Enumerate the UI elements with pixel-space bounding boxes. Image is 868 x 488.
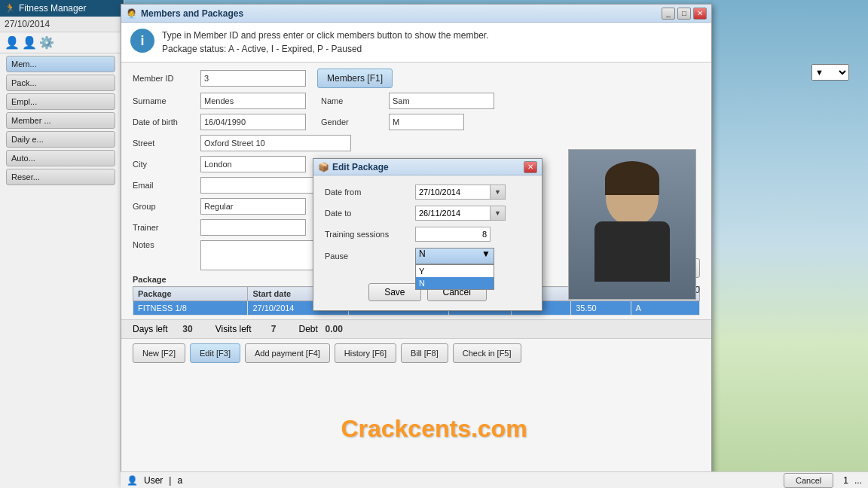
date-from-row: Date from ▼ <box>325 185 530 200</box>
pause-value: N <box>419 249 426 259</box>
dialog-body: Date from ▼ Date to ▼ Training sessions <box>313 175 542 279</box>
pause-dropdown-wrap: N ▼ Y N <box>415 248 494 264</box>
training-sessions-input[interactable] <box>415 227 491 242</box>
edit-package-dialog: 📦 Edit Package ✕ Date from ▼ Date to ▼ <box>313 158 542 311</box>
dialog-save-button[interactable]: Save <box>368 283 420 301</box>
pause-dropdown[interactable]: N ▼ <box>415 248 494 264</box>
training-sessions-label: Training sessions <box>325 230 415 239</box>
dialog-title-label: Edit Package <box>332 162 389 172</box>
date-to-input-wrap: ▼ <box>415 206 506 221</box>
date-from-label: Date from <box>325 188 415 197</box>
pause-row: Pause N ▼ Y N <box>325 248 530 264</box>
date-from-input-wrap: ▼ <box>415 185 506 200</box>
dialog-title-bar: 📦 Edit Package ✕ <box>313 159 542 175</box>
dialog-close-button[interactable]: ✕ <box>524 161 537 173</box>
dialog-overlay: 📦 Edit Package ✕ Date from ▼ Date to ▼ <box>0 0 868 488</box>
date-from-input[interactable] <box>415 185 491 200</box>
date-to-picker-button[interactable]: ▼ <box>491 206 506 221</box>
date-to-label: Date to <box>325 209 415 218</box>
date-from-picker-button[interactable]: ▼ <box>491 185 506 200</box>
training-sessions-row: Training sessions <box>325 227 530 242</box>
pause-dropdown-arrow: ▼ <box>481 249 491 259</box>
pause-option-n[interactable]: N <box>416 277 494 289</box>
pause-label: Pause <box>325 252 415 261</box>
date-to-input[interactable] <box>415 206 491 221</box>
dialog-title: 📦 Edit Package <box>318 162 389 172</box>
dialog-icon: 📦 <box>318 162 329 172</box>
pause-dropdown-list: Y N <box>415 264 494 290</box>
pause-option-y[interactable]: Y <box>416 265 494 277</box>
date-to-row: Date to ▼ <box>325 206 530 221</box>
